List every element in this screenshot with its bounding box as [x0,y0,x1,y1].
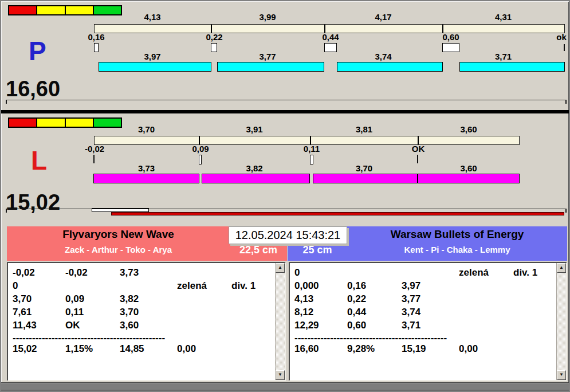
table-cell: 15,19 [402,344,426,355]
scrollbar-down-icon[interactable]: ▼ [557,370,566,380]
leg-time-bar [202,174,310,183]
scrollbar-track[interactable] [276,273,285,370]
table-cell: 0,09 [65,294,84,305]
split-time-label: 3,99 [211,13,324,21]
table-cell: div. 1 [513,268,537,279]
table-row[interactable]: 0,0000,163,97 [290,281,566,293]
finish-marker [564,44,565,51]
exchange-marker [417,155,418,163]
scrollbar-track[interactable] [557,273,566,370]
table-cell: 15,02 [13,344,37,355]
datetime-display: 12.05.2024 15:43:21 [229,226,347,244]
scrollbar[interactable]: ▲▼ [556,263,566,380]
table-row[interactable]: -0,02-0,023,73 [8,268,285,280]
leg-time-bar [99,62,211,72]
leg-time-label: 3,97 [94,52,211,61]
leg-time-label: 3,82 [199,164,310,173]
table-cell: 3,73 [120,268,139,279]
table-row[interactable]: 11,43OK3,60 [8,320,285,333]
right-team-results-list[interactable]: 0zelenádiv. 10,0000,163,974,130,223,778,… [289,262,567,381]
leg-time-label: 3,73 [94,164,199,173]
table-cell: zelená [177,281,207,292]
table-row[interactable]: 0zelenádiv. 1 [8,281,285,293]
split-time-label: 3,91 [199,125,310,134]
split-time-label: 3,70 [94,125,199,134]
table-cell: 11,43 [13,320,37,331]
split-time-label: 4,17 [324,13,442,21]
table-cell: 16,60 [294,344,319,355]
table-cell: 4,13 [294,294,313,305]
table-total-row: 16,609,28%15,190,00 [290,344,566,356]
table-cell: 14,85 [120,344,144,355]
leg-time-bar [418,174,520,183]
table-row[interactable]: 7,610,113,70 [8,307,285,320]
table-cell: 0,00 [177,344,196,355]
right-team-name: Warsaw Bullets of Energy [347,229,567,240]
table-cell: zelená [459,268,489,279]
table-cell: 3,74 [402,307,420,318]
scrollbar-down-icon[interactable]: ▼ [276,370,285,380]
right-team-members: Kent - Pi - Chaka - Lemmy [347,245,567,254]
separator-dashes: ----------------------------------------… [294,333,453,343]
exchange-time-label: 0,44 [308,33,353,41]
split-time-label: 4,31 [442,13,564,21]
exchange-time-label: 0,11 [289,144,335,153]
left-team-distance: 22,5 cm [230,245,287,255]
table-cell: 9,28% [347,344,375,355]
table-row[interactable]: 12,290,603,71 [290,320,566,333]
table-cell: div. 1 [231,281,255,292]
split-times-chart-p: 4,130,163,973,990,223,774,170,443,744,31… [1,3,569,112]
status-bar [1,382,569,391]
table-cell: 0,44 [347,307,366,318]
table-cell: -0,02 [13,268,35,279]
segment-tick [199,136,200,144]
lane-panel-l: L 15,02 3,70-0,023,733,910,093,823,810,1… [1,114,569,226]
table-cell: 0,11 [65,307,84,318]
table-cell: 3,97 [402,281,420,292]
exchange-time-label: -0,02 [72,144,117,153]
segment-tick [324,25,325,33]
baseline-rule [6,209,567,209]
finish-label: ok [550,33,570,41]
scrollbar[interactable]: ▲▼ [275,263,285,380]
table-row[interactable]: 8,120,443,74 [290,307,566,320]
separator-dashes: ----------------------------------------… [13,333,171,343]
table-row[interactable]: 4,130,223,77 [290,294,566,307]
split-time-label: 3,81 [310,125,418,134]
leg-time-bar [217,62,324,72]
table-cell: 0 [13,281,18,292]
scrollbar-up-icon[interactable]: ▲ [557,263,566,273]
table-cell: 0,16 [347,281,366,292]
leg-time-label: 3,77 [211,52,324,61]
exchange-marker [94,43,99,52]
scrollbar-up-icon[interactable]: ▲ [276,263,285,273]
left-team-results-list[interactable]: -0,02-0,023,730zelenádiv. 13,700,093,827… [7,262,286,381]
panel-divider [1,110,569,113]
table-row[interactable]: 0zelenádiv. 1 [290,268,566,280]
table-cell: 3,70 [120,307,139,318]
table-cell: 0,22 [347,294,366,305]
table-cell: 0 [294,268,300,279]
segment-tick [211,25,212,33]
exchange-marker [93,155,95,163]
right-team-distance: 25 cm [288,245,347,255]
table-total-row: 15,021,15%14,850,00 [8,344,285,356]
exchange-time-label: OK [395,144,441,153]
left-team-name: Flyvaryors New Wave [7,229,230,240]
table-cell: 0,000 [294,281,319,292]
table-cell: 8,12 [294,307,313,318]
exchange-marker [199,155,202,164]
leg-time-label: 3,71 [442,52,564,61]
table-cell: 3,60 [120,320,139,331]
table-cell: 0,00 [459,344,478,355]
table-cell: 0,60 [347,320,366,331]
split-time-label: 3,60 [418,125,520,134]
table-row[interactable]: 3,700,093,82 [8,294,285,307]
segment-tick [442,25,443,33]
table-cell: 3,82 [120,294,139,305]
progress-underbar-red [111,212,564,215]
leg-time-label: 3,70 [310,164,418,173]
lane-panel-p: P 16,60 4,130,163,973,990,223,774,170,44… [1,3,569,112]
leg-time-bar [93,174,199,183]
table-cell: 3,77 [402,294,420,305]
